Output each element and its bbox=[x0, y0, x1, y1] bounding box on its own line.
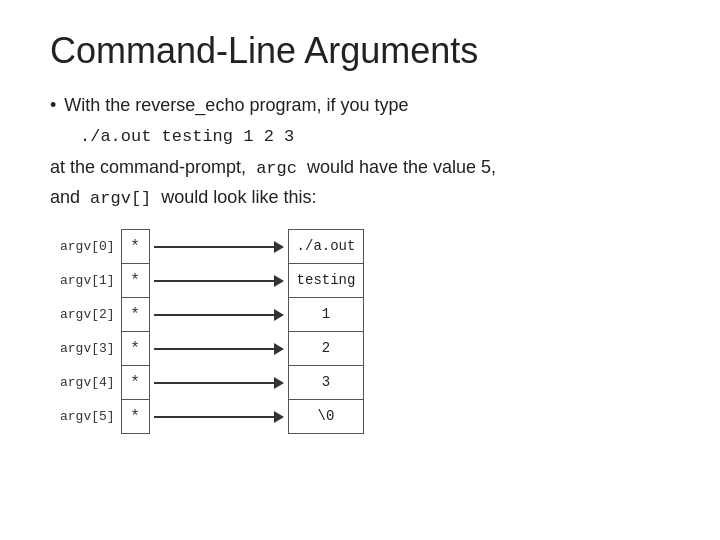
arrow-cell bbox=[149, 400, 288, 434]
arrow-cell bbox=[149, 264, 288, 298]
value-cell: ./a.out bbox=[288, 230, 364, 264]
row-label: argv[2] bbox=[60, 298, 121, 332]
arrow-cell bbox=[149, 366, 288, 400]
diagram-row: argv[1]*testing bbox=[60, 264, 364, 298]
row-label: argv[0] bbox=[60, 230, 121, 264]
row-label: argv[1] bbox=[60, 264, 121, 298]
diagram-row: argv[5]*\0 bbox=[60, 400, 364, 434]
value-cell: 2 bbox=[288, 332, 364, 366]
pointer-cell: * bbox=[121, 264, 149, 298]
value-cell: 1 bbox=[288, 298, 364, 332]
arrow-cell bbox=[149, 332, 288, 366]
argv-diagram: argv[0]*./a.outargv[1]*testingargv[2]*1a… bbox=[60, 229, 670, 434]
pointer-cell: * bbox=[121, 366, 149, 400]
value-cell: \0 bbox=[288, 400, 364, 434]
arrow-cell bbox=[149, 230, 288, 264]
slide-title: Command-Line Arguments bbox=[50, 30, 670, 72]
command-line: ./a.out testing 1 2 3 bbox=[80, 123, 670, 150]
diagram-row: argv[3]*2 bbox=[60, 332, 364, 366]
bullet-point: • With the reverse_echo program, if you … bbox=[50, 92, 670, 119]
text-line-2: and argv[] would look like this: bbox=[50, 184, 670, 212]
row-label: argv[4] bbox=[60, 366, 121, 400]
arrow-cell bbox=[149, 298, 288, 332]
diagram-table: argv[0]*./a.outargv[1]*testingargv[2]*1a… bbox=[60, 229, 364, 434]
diagram-row: argv[0]*./a.out bbox=[60, 230, 364, 264]
pointer-cell: * bbox=[121, 230, 149, 264]
content-area: • With the reverse_echo program, if you … bbox=[50, 92, 670, 434]
value-cell: testing bbox=[288, 264, 364, 298]
row-label: argv[5] bbox=[60, 400, 121, 434]
pointer-cell: * bbox=[121, 332, 149, 366]
slide: Command-Line Arguments • With the revers… bbox=[0, 0, 720, 540]
row-label: argv[3] bbox=[60, 332, 121, 366]
diagram-row: argv[4]*3 bbox=[60, 366, 364, 400]
value-cell: 3 bbox=[288, 366, 364, 400]
pointer-cell: * bbox=[121, 400, 149, 434]
diagram-row: argv[2]*1 bbox=[60, 298, 364, 332]
bullet-symbol: • bbox=[50, 92, 56, 119]
pointer-cell: * bbox=[121, 298, 149, 332]
bullet-text: With the reverse_echo program, if you ty… bbox=[64, 92, 408, 119]
text-line-1: at the command-prompt, argc would have t… bbox=[50, 154, 670, 182]
